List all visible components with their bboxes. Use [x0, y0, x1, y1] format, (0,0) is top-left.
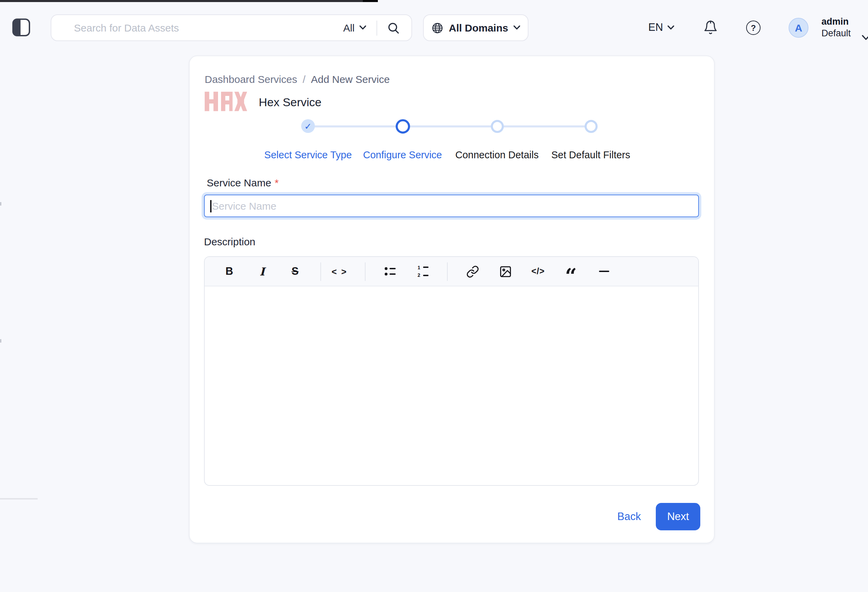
- divider: [376, 20, 377, 35]
- toolbar-divider: [365, 262, 365, 281]
- hex-logo: [205, 91, 247, 112]
- inline-code-button[interactable]: < >: [323, 257, 356, 286]
- next-button[interactable]: Next: [656, 503, 700, 530]
- breadcrumb-separator: /: [303, 73, 305, 85]
- code-block-button[interactable]: </>: [522, 257, 555, 286]
- bell-icon: [703, 20, 718, 35]
- add-service-card: Dashboard Services / Add New Service Hex…: [189, 55, 714, 543]
- global-search[interactable]: Search for Data Assets All: [51, 14, 412, 41]
- avatar-initial: A: [795, 22, 802, 34]
- bulleted-list-icon: [385, 268, 396, 275]
- user-menu-chevron[interactable]: [862, 31, 868, 43]
- step-4-indicator: [585, 120, 598, 133]
- app-viewport: Search for Data Assets All All Domains E…: [0, 0, 868, 592]
- service-name-label-text: Service Name: [207, 177, 271, 188]
- search-scope-dropdown[interactable]: All: [343, 22, 366, 34]
- back-button[interactable]: Back: [604, 511, 654, 523]
- strikethrough-button[interactable]: S: [279, 257, 311, 286]
- horizontal-rule-icon: [599, 271, 609, 272]
- left-edge-artifact: [0, 339, 1, 343]
- editor-toolbar: B I S < > 1 2: [205, 257, 698, 286]
- chevron-down-icon: [359, 25, 366, 30]
- service-name-placeholder: Service Name: [212, 200, 276, 212]
- required-marker: *: [275, 177, 279, 188]
- step-1-indicator[interactable]: ✓: [301, 119, 315, 133]
- avatar[interactable]: A: [788, 18, 809, 38]
- text-cursor: [210, 200, 211, 212]
- language-value: EN: [648, 21, 663, 34]
- image-button[interactable]: [489, 257, 522, 286]
- user-role: Default: [821, 28, 851, 39]
- italic-button[interactable]: I: [246, 257, 279, 286]
- breadcrumb-current: Add New Service: [311, 73, 390, 85]
- globe-icon: [431, 22, 443, 34]
- chevron-down-icon: [667, 25, 674, 30]
- numbered-list-digit: 2: [418, 273, 420, 278]
- bold-button[interactable]: B: [213, 257, 246, 286]
- toolbar-divider: [320, 262, 321, 281]
- step-4-label: Set Default Filters: [533, 149, 649, 160]
- breadcrumb-dashboard-services[interactable]: Dashboard Services: [205, 73, 297, 85]
- description-textarea[interactable]: [205, 286, 698, 485]
- chevron-down-icon: [514, 25, 521, 30]
- link-button[interactable]: [456, 257, 489, 286]
- numbered-list-icon: 1 2: [418, 265, 428, 278]
- service-name-input[interactable]: Service Name: [204, 195, 699, 217]
- search-icon[interactable]: [387, 22, 400, 34]
- service-title: Hex Service: [259, 96, 322, 110]
- search-scope-value: All: [343, 22, 354, 34]
- domains-label: All Domains: [449, 22, 508, 34]
- user-name: admin: [821, 16, 851, 28]
- breadcrumb: Dashboard Services / Add New Service: [205, 73, 390, 85]
- description-editor: B I S < > 1 2: [204, 256, 699, 486]
- search-input[interactable]: Search for Data Assets: [74, 22, 343, 34]
- chevron-down-icon: [862, 35, 868, 40]
- description-label: Description: [204, 236, 255, 247]
- language-selector[interactable]: EN: [648, 21, 674, 34]
- quote-button[interactable]: “: [555, 261, 588, 291]
- step-3-indicator: [491, 120, 504, 133]
- service-name-label: Service Name*: [207, 177, 279, 188]
- toolbar-divider: [447, 262, 448, 281]
- help-button[interactable]: ?: [746, 21, 760, 35]
- user-menu[interactable]: admin Default: [821, 16, 851, 39]
- step-2-indicator[interactable]: [396, 119, 410, 133]
- notifications-button[interactable]: [702, 19, 719, 36]
- image-icon: [499, 265, 512, 278]
- check-icon: ✓: [304, 121, 312, 131]
- sidebar-toggle-icon[interactable]: [12, 19, 30, 36]
- left-edge-artifact: [0, 202, 1, 206]
- link-icon: [466, 265, 479, 278]
- horizontal-rule-button[interactable]: [588, 257, 620, 286]
- left-edge-line: [0, 498, 38, 499]
- stepper-connector: [308, 126, 592, 127]
- numbered-list-button[interactable]: 1 2: [407, 257, 440, 286]
- domains-selector[interactable]: All Domains: [423, 14, 528, 41]
- numbered-list-digit: 1: [418, 265, 420, 270]
- bulleted-list-button[interactable]: [374, 257, 407, 286]
- question-icon: ?: [751, 23, 756, 33]
- top-edge-artifact: [0, 0, 378, 2]
